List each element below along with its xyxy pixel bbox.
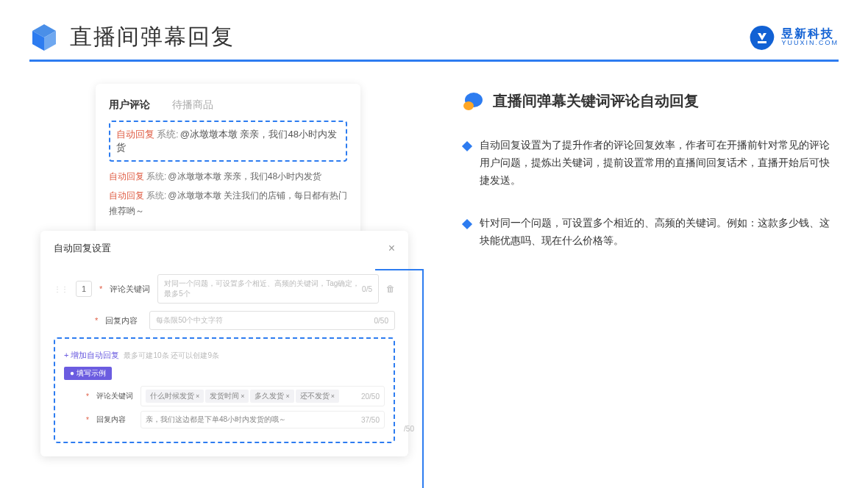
brand-logo: 昱新科技 YUUXIN.COM bbox=[749, 24, 839, 51]
example-keyword-input[interactable]: 什么时候发货×发货时间×多久发货×还不发货× 20/50 bbox=[140, 386, 385, 406]
chat-bubble-icon bbox=[463, 93, 484, 110]
example-badge: ● 填写示例 bbox=[64, 367, 112, 380]
drag-icon[interactable]: ⋮⋮ bbox=[54, 285, 68, 293]
title-divider bbox=[29, 60, 839, 62]
section-heading: 直播间弹幕关键词评论自动回复 bbox=[493, 91, 699, 111]
keyword-tag[interactable]: 发货时间× bbox=[205, 390, 249, 403]
preview-card: 用户评论 待播商品 自动回复系统:@冰墩墩本墩 亲亲，我们48小时内发货 自动回… bbox=[96, 84, 360, 237]
keyword-label: 评论关键词 bbox=[110, 284, 150, 295]
tab-comments[interactable]: 用户评论 bbox=[109, 98, 150, 112]
sequence-number: 1 bbox=[76, 281, 92, 297]
bullet-point: 针对同一个问题，可设置多个相近的、高频的关键词。例如：这款多少钱、这块能优惠吗、… bbox=[463, 215, 831, 250]
highlighted-reply: 自动回复系统:@冰墩墩本墩 亲亲，我们48小时内发货 bbox=[109, 121, 347, 162]
keyword-tag[interactable]: 什么时候发货× bbox=[146, 390, 204, 403]
settings-card: 自动回复设置 × ⋮⋮ 1 * 评论关键词 对同一个问题，可设置多个相近、高频的… bbox=[40, 231, 408, 456]
keyword-tag[interactable]: 多久发货× bbox=[250, 390, 294, 403]
reply-label: 回复内容 bbox=[105, 315, 142, 326]
example-section: + 增加自动回复最多可建10条 还可以创建9条 ● 填写示例 *评论关键词 什么… bbox=[54, 337, 395, 443]
settings-title: 自动回复设置 bbox=[54, 242, 111, 255]
example-reply-input[interactable]: 亲，我们这边都是下单48小时内发货的哦～ 37/50 bbox=[140, 411, 385, 428]
reply-input[interactable]: 每条限50个中文字符0/50 bbox=[149, 311, 395, 330]
bullet-point: 自动回复设置为了提升作者的评论回复效率，作者可在开播前针对常见的评论用户问题，提… bbox=[463, 137, 831, 189]
reply-line: 自动回复系统:@冰墩墩本墩 亲亲，我们48小时内发货 bbox=[109, 169, 347, 185]
add-auto-reply[interactable]: + 增加自动回复 bbox=[64, 350, 119, 361]
tab-products[interactable]: 待播商品 bbox=[172, 98, 213, 112]
cube-icon bbox=[29, 23, 59, 52]
keyword-input[interactable]: 对同一个问题，可设置多个相近、高频的关键词，Tag确定，最多5个0/5 bbox=[157, 274, 379, 304]
reply-line: 自动回复系统:@冰墩墩本墩 关注我们的店铺，每日都有热门推荐哟～ bbox=[109, 188, 347, 220]
page-title: 直播间弹幕回复 bbox=[70, 22, 235, 52]
close-icon[interactable]: × bbox=[388, 242, 395, 255]
delete-icon[interactable]: 🗑 bbox=[386, 284, 395, 294]
keyword-tag[interactable]: 还不发货× bbox=[296, 390, 339, 403]
